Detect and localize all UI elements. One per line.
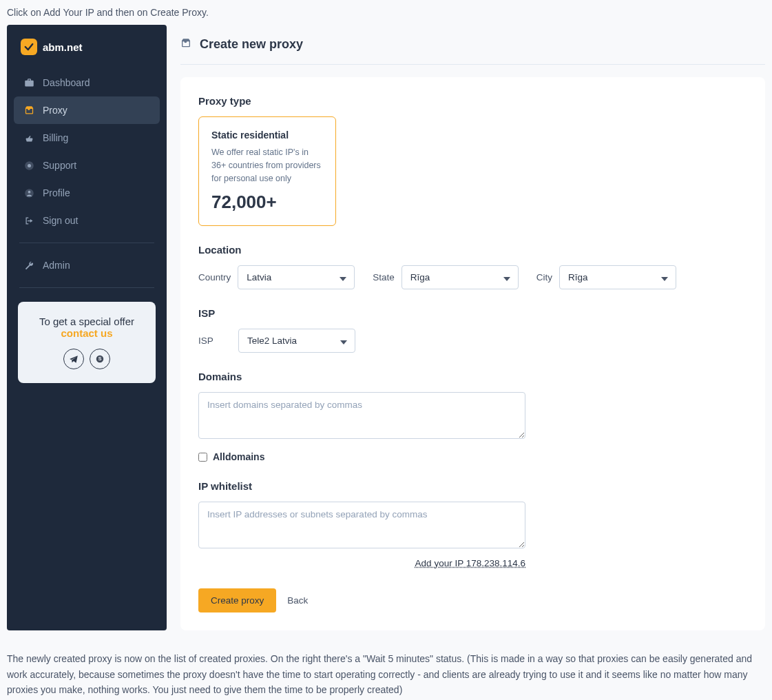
hand-icon — [23, 132, 34, 143]
offer-contact-link[interactable]: contact us — [26, 327, 147, 339]
isp-label: ISP — [198, 336, 231, 346]
nav-label: Support — [43, 160, 76, 171]
skype-icon[interactable]: S — [90, 349, 110, 369]
logo-icon — [21, 39, 37, 55]
sidebar-item-signout[interactable]: Sign out — [14, 207, 160, 234]
state-label: State — [373, 272, 395, 282]
proxy-type-title: Static residential — [211, 130, 323, 141]
nav-label: Billing — [43, 132, 68, 143]
offer-card: To get a special offer contact us S — [18, 302, 156, 383]
svg-point-3 — [28, 190, 30, 193]
location-label: Location — [198, 244, 747, 256]
domains-input[interactable] — [198, 392, 525, 439]
nav-label: Proxy — [43, 105, 67, 116]
logo-text: abm.net — [43, 41, 83, 53]
sidebar-item-dashboard[interactable]: Dashboard — [14, 69, 160, 96]
sidebar: abm.net Dashboard Proxy Billing Support — [7, 25, 167, 630]
sidebar-item-support[interactable]: Support — [14, 152, 160, 179]
instruction-text-bottom: The newly created proxy is now on the li… — [0, 630, 772, 700]
country-select[interactable]: Latvia — [238, 265, 355, 289]
instruction-text-top: Click on Add Your IP and then on Create … — [0, 0, 772, 25]
inbox-icon — [180, 38, 191, 52]
user-icon — [23, 187, 34, 198]
lifebuoy-icon — [23, 160, 34, 171]
sidebar-item-admin[interactable]: Admin — [14, 251, 160, 279]
divider — [19, 243, 154, 243]
wrench-icon — [23, 260, 34, 271]
back-button[interactable]: Back — [287, 595, 308, 606]
proxy-type-description: We offer real static IP's in 36+ countri… — [211, 146, 323, 185]
inbox-icon — [23, 105, 34, 116]
sidebar-item-proxy[interactable]: Proxy — [14, 96, 160, 124]
divider — [19, 287, 154, 288]
svg-text:S: S — [98, 356, 102, 361]
country-label: Country — [198, 272, 231, 282]
signout-icon — [23, 215, 34, 226]
proxy-type-count: 72,000+ — [211, 192, 323, 213]
alldomains-checkbox[interactable] — [198, 453, 207, 462]
proxy-type-label: Proxy type — [198, 95, 747, 107]
logo: abm.net — [14, 39, 160, 69]
alldomains-label: Alldomains — [213, 451, 264, 462]
isp-select[interactable]: Tele2 Latvia — [238, 329, 355, 353]
nav-label: Dashboard — [43, 77, 90, 88]
sidebar-item-billing[interactable]: Billing — [14, 124, 160, 152]
domains-label: Domains — [198, 371, 747, 382]
nav-label: Profile — [43, 187, 70, 198]
instruction-paragraph: The newly created proxy is now on the li… — [7, 651, 765, 697]
city-label: City — [536, 272, 552, 282]
isp-section-label: ISP — [198, 307, 747, 319]
briefcase-icon — [23, 77, 34, 88]
main: Create new proxy Proxy type Static resid… — [180, 25, 765, 630]
state-select[interactable]: Rīga — [401, 265, 519, 289]
sidebar-item-profile[interactable]: Profile — [14, 179, 160, 207]
telegram-icon[interactable] — [63, 349, 84, 369]
nav-label: Sign out — [43, 215, 78, 226]
ip-whitelist-label: IP whitelist — [198, 480, 747, 492]
add-your-ip-link[interactable]: Add your IP 178.238.114.6 — [415, 558, 525, 568]
create-proxy-button[interactable]: Create proxy — [198, 588, 276, 612]
city-select[interactable]: Rīga — [559, 265, 676, 289]
proxy-type-card[interactable]: Static residential We offer real static … — [198, 116, 336, 226]
nav-label: Admin — [43, 260, 70, 271]
page-header: Create new proxy — [180, 25, 765, 65]
page-title: Create new proxy — [200, 37, 303, 52]
ip-whitelist-input[interactable] — [198, 502, 525, 548]
offer-title: To get a special offer — [26, 316, 147, 327]
form-card: Proxy type Static residential We offer r… — [180, 77, 765, 630]
svg-point-1 — [28, 164, 31, 167]
